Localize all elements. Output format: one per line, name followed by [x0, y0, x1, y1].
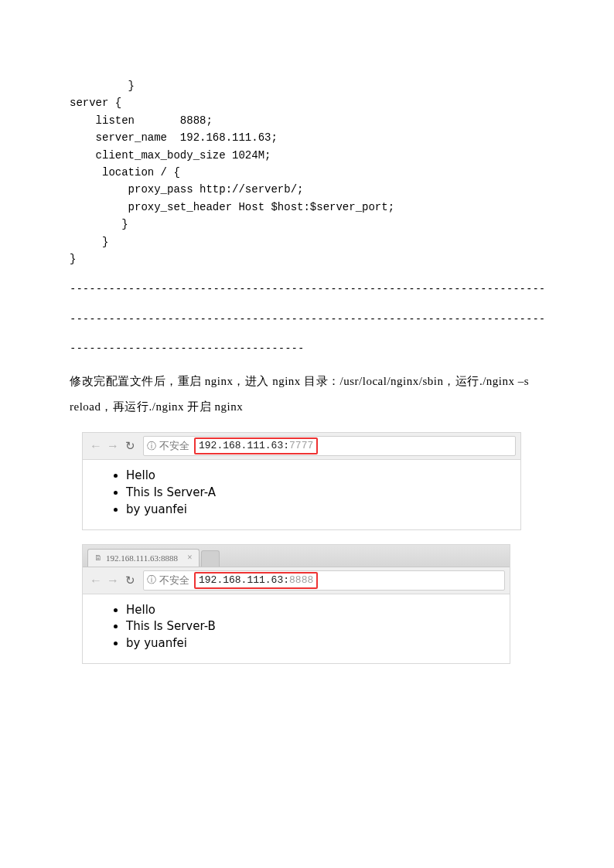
list-item: This Is Server-B: [126, 618, 510, 635]
list-item: This Is Server-A: [126, 485, 520, 502]
separator-short: ------------------------------------: [70, 339, 544, 356]
forward-icon[interactable]: →: [104, 574, 121, 587]
insecure-label: 不安全: [159, 574, 189, 587]
back-icon[interactable]: ←: [87, 439, 104, 453]
separator-long-2: ----------------------------------------…: [70, 310, 544, 327]
list-item: Hello: [126, 468, 520, 485]
browser-body: Hello This Is Server-B by yuanfei: [83, 594, 510, 663]
instruction-paragraph: 修改完配置文件后，重启 nginx，进入 nginx 目录：/usr/local…: [70, 369, 544, 420]
reload-icon[interactable]: ↻: [121, 439, 138, 453]
url-highlight: 192.168.111.63:7777: [194, 437, 318, 454]
url-highlight: 192.168.111.63:8888: [194, 572, 318, 589]
browser-tabstrip: 🗎 192.168.111.63:8888 ×: [83, 545, 510, 567]
nginx-config-code: } server { listen 8888; server_name 192.…: [70, 77, 544, 267]
address-bar[interactable]: ⓘ 不安全 192.168.111.63:7777: [143, 436, 516, 456]
list-item: by yuanfei: [126, 635, 510, 652]
url-port: 7777: [289, 440, 313, 451]
new-tab-button[interactable]: [201, 550, 220, 567]
page-icon: 🗎: [94, 553, 102, 562]
reload-icon[interactable]: ↻: [121, 574, 138, 587]
insecure-label: 不安全: [159, 439, 189, 453]
info-icon: ⓘ: [147, 440, 156, 453]
browser-screenshot-2: 🗎 192.168.111.63:8888 × ← → ↻ ⓘ 不安全 192.…: [82, 544, 510, 664]
close-icon[interactable]: ×: [187, 552, 193, 563]
browser-body: Hello This Is Server-A by yuanfei: [83, 460, 520, 529]
browser-toolbar: ← → ↻ ⓘ 不安全 192.168.111.63:8888: [83, 567, 510, 594]
result-list: Hello This Is Server-B by yuanfei: [83, 602, 510, 652]
info-icon: ⓘ: [147, 574, 156, 587]
document-page: } server { listen 8888; server_name 192.…: [0, 0, 614, 664]
result-list: Hello This Is Server-A by yuanfei: [83, 468, 520, 518]
forward-icon[interactable]: →: [104, 439, 121, 453]
tab-title: 192.168.111.63:8888: [106, 553, 178, 563]
address-bar[interactable]: ⓘ 不安全 192.168.111.63:8888: [143, 570, 505, 591]
url-host: 192.168.111.63:: [199, 440, 289, 451]
list-item: Hello: [126, 602, 510, 619]
browser-screenshot-1: ← → ↻ ⓘ 不安全 192.168.111.63:7777 Hello Th…: [82, 432, 521, 529]
browser-tab[interactable]: 🗎 192.168.111.63:8888 ×: [87, 549, 200, 567]
url-port: 8888: [289, 574, 313, 586]
browser-toolbar: ← → ↻ ⓘ 不安全 192.168.111.63:7777: [83, 433, 520, 460]
back-icon[interactable]: ←: [87, 574, 104, 587]
separator-long-1: ----------------------------------------…: [70, 280, 544, 297]
list-item: by yuanfei: [126, 502, 520, 519]
url-host: 192.168.111.63:: [199, 574, 289, 586]
